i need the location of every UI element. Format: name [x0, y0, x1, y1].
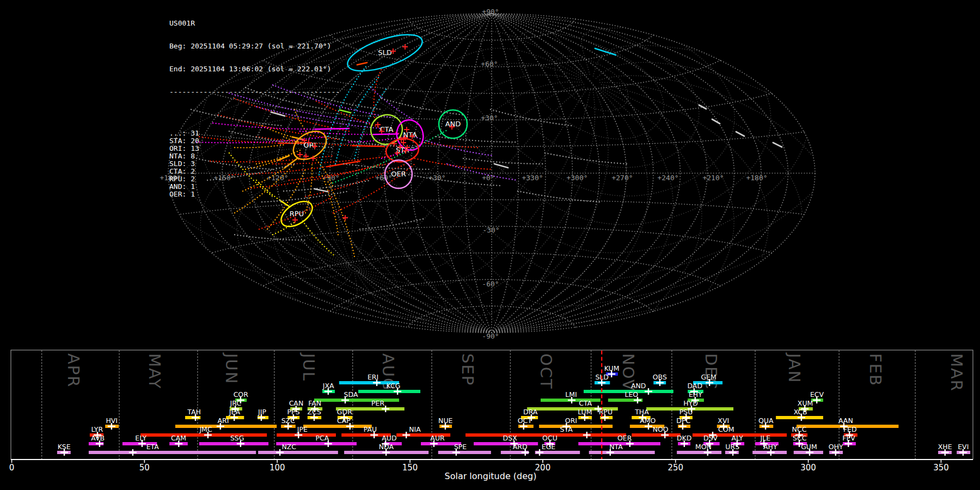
lon-label: +300° — [566, 174, 587, 182]
shower-count-ORI: ORI: 13 — [169, 145, 340, 152]
lon-label: +60° — [375, 174, 392, 182]
meteor-segment — [736, 132, 744, 136]
peak-marker-sta — [583, 432, 591, 438]
grid-meridian — [492, 14, 788, 333]
lon-label: +210° — [702, 174, 724, 182]
month-label: MAY — [145, 353, 164, 389]
meteor-segment — [357, 63, 367, 65]
shower-bar-kcg — [358, 390, 420, 393]
shower-bar-eta — [89, 451, 256, 454]
shower-bar-ari — [175, 425, 277, 428]
lon-label: +180° — [746, 174, 767, 182]
shower-bar-label: NOO — [653, 425, 669, 433]
shower-bar-label: AAN — [838, 416, 853, 425]
meteor-station-plot: +180°+150°+120°+90°+60°+30°+0°+330°+300°… — [0, 0, 980, 490]
meteor-segment — [595, 48, 616, 55]
shower-count-AND: AND: 1 — [169, 183, 340, 191]
observation-beg: Beg: 20251104 05:29:27 (sol = 221.70°) — [169, 42, 340, 50]
grid2-meridian — [359, 90, 595, 299]
month-label: MAR — [947, 353, 966, 392]
shower-bar-label: ELY — [135, 434, 146, 442]
x-axis-title: Solar longitude (deg) — [445, 471, 537, 481]
shower-bar-label: GEM — [701, 373, 716, 381]
grid2-parallel — [274, 210, 448, 319]
shower-bar-label: SDA — [344, 390, 358, 399]
shower-bar-dsx — [474, 442, 538, 445]
shower-bar-spe — [438, 451, 491, 454]
x-axis-tick-label: 250 — [667, 463, 683, 473]
grid2-meridian — [339, 48, 583, 265]
radiant-map-and-activity-timeline: +180°+150°+120°+90°+60°+30°+0°+330°+300°… — [0, 0, 980, 490]
x-axis-tick-label: 350 — [933, 463, 949, 473]
shower-ellipse-sta: STA — [384, 137, 420, 164]
stats-separator: ---------------------------------------- — [169, 88, 340, 96]
month-label: JAN — [785, 352, 804, 384]
shower-count-OER: OER: 1 — [169, 191, 340, 198]
month-label: SEP — [458, 353, 477, 386]
shower-count-list: ...: 31STA: 20ORI: 13NTA: 8SLD: 3CTA: 2R… — [169, 130, 340, 198]
x-axis-tick-label: 0 — [9, 463, 15, 473]
shower-bar-label: JIP — [258, 408, 266, 416]
shower-bar-noo — [632, 433, 681, 437]
meteor-segment — [712, 119, 720, 124]
shower-bar-label: LEO — [624, 390, 638, 399]
shower-bar-label: TAH — [187, 408, 201, 416]
shower-bar-mon — [677, 451, 721, 454]
meteor-trail — [415, 158, 491, 169]
grid-parallel — [408, 19, 575, 40]
shower-bar-label: AUD — [382, 434, 396, 442]
meteor-trail — [518, 191, 599, 202]
grid2-meridian — [356, 89, 673, 323]
meteor-segment — [699, 105, 706, 109]
shower-count-SLD: SLD: 3 — [169, 160, 340, 168]
shower-ellipse-and: AND — [439, 110, 467, 138]
meteor-trail — [235, 235, 305, 240]
shower-bar-label: PCA — [316, 434, 329, 442]
shower-bar-cap — [303, 425, 372, 428]
meteor-head — [352, 145, 384, 146]
shower-ellipse-label: OER — [391, 170, 406, 178]
shower-bar-label: SSG — [230, 434, 244, 442]
x-axis-tick-label: 100 — [270, 463, 285, 473]
shower-bar-label: PAU — [364, 425, 377, 433]
shower-bar-label: NIA — [409, 425, 421, 433]
lon-label: +270° — [611, 174, 633, 182]
x-axis-tick-label: 150 — [402, 463, 418, 473]
shower-bar-nzc — [258, 451, 338, 454]
shower-bar-sda — [314, 399, 399, 402]
shower-count-RPU: RPU: 2 — [169, 175, 340, 183]
lat-label: -60° — [482, 280, 499, 288]
meteor-trail — [360, 218, 425, 229]
lat-label: -90° — [482, 332, 499, 340]
shower-bar-label: JMC — [199, 425, 212, 433]
meteor-trail — [303, 221, 335, 256]
month-label: JUL — [299, 352, 318, 382]
shower-count-NTA: NTA: 8 — [169, 152, 340, 160]
shower-bar-label: ETA — [146, 443, 160, 451]
shower-bar-jmc — [140, 433, 267, 437]
grid2-parallel — [309, 35, 734, 197]
grid2-parallel — [517, 31, 664, 139]
radiant-plus — [292, 217, 298, 223]
shower-bar-label: DSX — [503, 434, 518, 442]
shower-bar-label: JLE — [760, 434, 771, 442]
lat-label: +60° — [481, 60, 498, 68]
x-axis-tick-label: 200 — [535, 463, 551, 473]
shower-bar-label: AND — [631, 382, 646, 390]
shower-bar-nta — [589, 451, 655, 454]
shower-bar-label: NTA — [609, 443, 623, 451]
shower-bar-label: DAD — [687, 382, 702, 390]
shower-bar-label: KCG — [387, 382, 401, 390]
shower-count-CTA: CTA: 2 — [169, 168, 340, 175]
radiant-plus — [402, 44, 408, 50]
lon-label: +330° — [522, 174, 543, 182]
lon-label: +30° — [428, 174, 445, 182]
x-axis-tick-label: 50 — [139, 463, 150, 473]
meteor-trail — [545, 153, 627, 164]
radiant-plus — [342, 215, 348, 220]
grid2-parallel — [555, 56, 628, 111]
meteor-segment — [773, 143, 782, 147]
x-axis-tick-label: 300 — [800, 463, 816, 473]
meteor-segment — [494, 164, 508, 168]
month-label: JUN — [222, 352, 241, 384]
